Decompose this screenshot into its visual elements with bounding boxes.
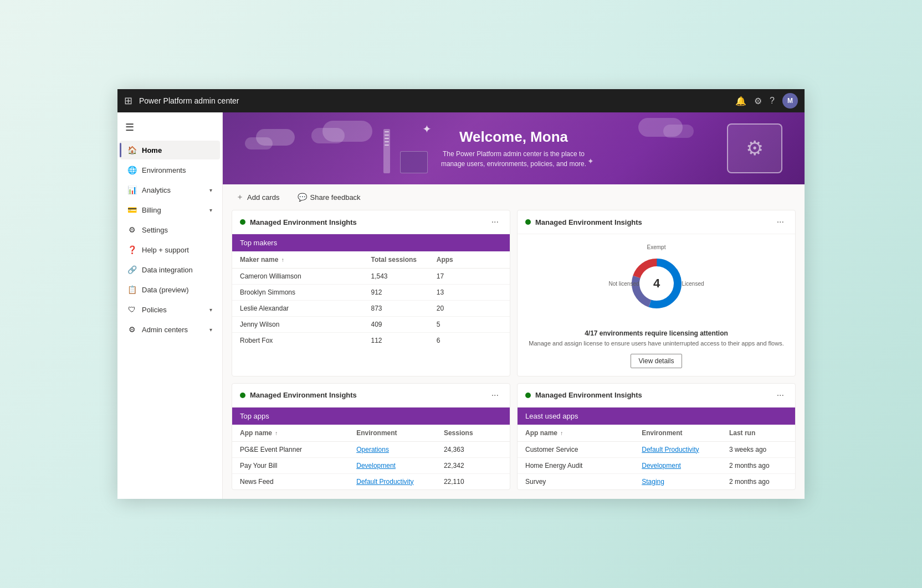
app-sessions: 24,363 <box>444 446 502 453</box>
content-area: ✦ ✦ Welcome, Mona The Power Platform adm… <box>223 112 805 498</box>
sidebar-item-home-label: Home <box>142 146 212 154</box>
card-least-used-more-button[interactable]: ··· <box>774 389 787 401</box>
sort-asc-icon-2: ↑ <box>275 430 278 436</box>
maker-sessions: 112 <box>371 337 437 344</box>
maker-sessions: 1,543 <box>371 272 437 280</box>
add-cards-button[interactable]: ＋ Add cards <box>232 190 284 204</box>
sidebar-item-home[interactable]: 🏠 Home <box>120 141 220 159</box>
policies-chevron-icon: ▾ <box>209 307 212 313</box>
help-icon[interactable]: ? <box>770 96 775 106</box>
maker-sessions: 873 <box>371 305 437 312</box>
star-icon-1: ✦ <box>422 122 432 136</box>
least-app-name: Survey <box>525 478 642 486</box>
sidebar-item-data-integration[interactable]: 🔗 Data integration <box>120 260 220 279</box>
donut-description: 4/17 environments require licensing atte… <box>585 329 728 337</box>
least-app-name: Customer Service <box>525 446 642 453</box>
donut-area: Exempt Not licensed Licensed <box>607 242 706 325</box>
col-app-name-2: App name ↑ <box>525 429 642 437</box>
help-support-icon: ❓ <box>127 245 136 254</box>
maker-name: Cameron Williamson <box>240 272 371 280</box>
card-top-apps-more-button[interactable]: ··· <box>488 389 502 401</box>
plus-icon: ＋ <box>236 192 244 202</box>
maker-apps: 5 <box>437 321 502 328</box>
least-app-name: Home Energy Audit <box>525 462 642 470</box>
billing-chevron-icon: ▾ <box>209 207 212 213</box>
least-used-col-headers: App name ↑ Environment Last run <box>518 425 795 442</box>
card-licensing-title: Managed Environment Insights <box>535 218 774 226</box>
analytics-chevron-icon: ▾ <box>209 187 212 193</box>
sidebar-item-settings-label: Settings <box>142 226 212 234</box>
star-icon-2: ✦ <box>587 157 594 166</box>
donut-card-content: Exempt Not licensed Licensed <box>518 234 795 375</box>
sidebar-item-billing[interactable]: 💳 Billing ▾ <box>120 200 220 219</box>
app-environment-link[interactable]: Default Productivity <box>356 478 444 486</box>
top-apps-rows: PG&E Event Planner Operations 24,363 Pay… <box>232 442 510 489</box>
add-cards-label: Add cards <box>247 193 280 202</box>
hero-subtitle-line2: manage users, environments, policies, an… <box>441 160 586 168</box>
maker-sessions: 409 <box>371 321 437 328</box>
table-row: Pay Your Bill Development 22,342 <box>232 458 510 474</box>
waffle-icon[interactable]: ⊞ <box>124 95 132 107</box>
least-app-env-link[interactable]: Default Productivity <box>642 446 729 453</box>
app-name: Pay Your Bill <box>240 462 356 470</box>
avatar[interactable]: M <box>782 93 798 109</box>
maker-name: Jenny Wilson <box>240 321 371 328</box>
hero-text: Welcome, Mona The Power Platform admin c… <box>441 128 586 169</box>
sidebar-item-policies-label: Policies <box>142 306 204 314</box>
least-app-env-link[interactable]: Staging <box>642 478 729 486</box>
donut-subdescription: Manage and assign license to ensure user… <box>529 339 783 348</box>
sidebar-item-settings[interactable]: ⚙ Settings <box>120 220 220 239</box>
col-maker-name: Maker name ↑ <box>240 256 371 264</box>
sidebar-item-help-support[interactable]: ❓ Help + support <box>120 240 220 259</box>
card-licensing: Managed Environment Insights ··· Exempt … <box>517 210 796 376</box>
table-row: Leslie Alexandar 873 20 <box>232 301 510 317</box>
card-licensing-header: Managed Environment Insights ··· <box>518 210 795 234</box>
sidebar-item-environments[interactable]: 🌐 Environments <box>120 161 220 179</box>
app-sessions: 22,110 <box>444 478 502 486</box>
environments-icon: 🌐 <box>127 166 136 174</box>
licensed-label: Licensed <box>682 281 704 287</box>
least-used-rows: Customer Service Default Productivity 3 … <box>518 442 795 489</box>
sidebar-item-analytics[interactable]: 📊 Analytics ▾ <box>120 180 220 199</box>
settings-sidebar-icon: ⚙ <box>127 225 136 234</box>
main-layout: ☰ 🏠 Home 🌐 Environments 📊 Analytics ▾ 💳 … <box>117 112 805 498</box>
app-name: PG&E Event Planner <box>240 446 356 453</box>
card-top-apps: Managed Environment Insights ··· Top app… <box>232 383 510 490</box>
table-row: Home Energy Audit Development 2 months a… <box>518 458 795 474</box>
table-row: Robert Fox 112 6 <box>232 333 510 348</box>
top-makers-col-headers: Maker name ↑ Total sessions Apps <box>232 251 510 269</box>
least-app-env-link[interactable]: Development <box>642 462 729 470</box>
cloud-decoration-2 <box>245 137 273 149</box>
table-row: Customer Service Default Productivity 3 … <box>518 442 795 458</box>
hero-banner: ✦ ✦ Welcome, Mona The Power Platform adm… <box>223 112 805 184</box>
sidebar-menu-button[interactable]: ☰ <box>117 117 222 138</box>
maker-name: Robert Fox <box>240 337 371 344</box>
svg-text:4: 4 <box>653 276 660 290</box>
top-bar-icons: 🔔 ⚙ ? M <box>735 93 798 109</box>
sidebar-item-data-preview[interactable]: 📋 Data (preview) <box>120 280 220 299</box>
col-sessions-apps: Sessions <box>444 429 502 437</box>
top-bar: ⊞ Power Platform admin center 🔔 ⚙ ? M <box>117 89 805 112</box>
settings-icon[interactable]: ⚙ <box>754 96 762 106</box>
hero-right-widget: ⚙ <box>727 123 782 173</box>
share-feedback-button[interactable]: 💬 Share feedback <box>293 190 365 204</box>
least-app-last-run: 2 months ago <box>729 462 787 470</box>
admin-centers-icon: ⚙ <box>127 325 136 334</box>
col-environment-2: Environment <box>642 429 729 437</box>
col-environment: Environment <box>356 429 444 437</box>
app-environment-link[interactable]: Operations <box>356 446 444 453</box>
sidebar-item-environments-label: Environments <box>142 166 212 174</box>
top-makers-rows: Cameron Williamson 1,543 17 Brooklyn Sim… <box>232 269 510 348</box>
card-licensing-more-button[interactable]: ··· <box>774 216 787 228</box>
notification-icon[interactable]: 🔔 <box>735 96 746 106</box>
maker-name: Brooklyn Simmons <box>240 288 371 296</box>
card-top-makers-more-button[interactable]: ··· <box>488 216 502 228</box>
app-environment-link[interactable]: Development <box>356 462 444 470</box>
view-details-button[interactable]: View details <box>631 354 683 368</box>
cloud-decoration-6 <box>663 125 694 138</box>
sidebar-item-admin-label: Admin centers <box>142 326 204 334</box>
sidebar-item-policies[interactable]: 🛡 Policies ▾ <box>120 300 220 319</box>
status-indicator-green-3 <box>240 393 245 398</box>
sidebar-item-admin-centers[interactable]: ⚙ Admin centers ▾ <box>120 320 220 339</box>
card-least-used-title: Managed Environment Insights <box>535 391 774 399</box>
